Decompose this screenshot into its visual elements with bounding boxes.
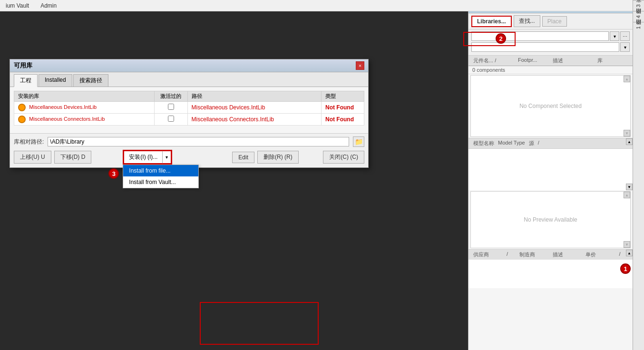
- checkbox-1[interactable]: [168, 104, 174, 110]
- model-column-headers: 模型名称 Model Type 源 / ▲: [468, 138, 633, 149]
- search-button[interactable]: 查找...: [514, 15, 540, 27]
- supplier-headers: 供应商 / 制造商 描述 单价 / ▲: [468, 250, 633, 260]
- preview-scroll-up[interactable]: ▲: [624, 76, 630, 82]
- lib-name-2: Miscellaneous Connectors.IntLib: [29, 116, 105, 122]
- dropdown-btn[interactable]: ▾: [610, 31, 619, 41]
- lib-status-2: Not Found: [322, 114, 364, 126]
- dialog-close-btn[interactable]: ×: [356, 61, 364, 70]
- lib-path-1: Miscellaneous Devices.IntLib: [187, 102, 321, 114]
- path-label: 库相对路径:: [14, 138, 44, 146]
- model-section: 模型名称 Model Type 源 / ▲ ▼: [468, 138, 633, 190]
- supplier-header: 供应商: [471, 251, 505, 259]
- dialog-title: 可用库: [14, 61, 32, 70]
- model-extra-header: /: [536, 139, 541, 147]
- side-tab-2[interactable]: 旧路4: [633, 11, 644, 22]
- table-row[interactable]: Miscellaneous Devices.IntLib Miscellaneo…: [14, 102, 364, 114]
- supplier-extra: /: [505, 251, 517, 259]
- lib-icon-2: [18, 116, 26, 123]
- path-input[interactable]: [48, 137, 349, 146]
- supplier-desc-header: 描述: [551, 251, 584, 259]
- table-row[interactable]: Miscellaneous Connectors.IntLib Miscella…: [14, 114, 364, 126]
- dialog-tab-search-path[interactable]: 搜索路径: [73, 74, 108, 87]
- action-row: 上移(U) U 下移(D) D 安装(I) (I)... ▾ Install f…: [14, 150, 364, 165]
- install-from-file[interactable]: Install from file...: [123, 165, 198, 176]
- lib-name-cell: Miscellaneous Devices.IntLib: [14, 102, 155, 114]
- install-dropdown-arrow[interactable]: ▾: [162, 151, 171, 164]
- manufacturer-header: 制造商: [517, 251, 551, 259]
- side-tab-1[interactable]: 富3: [633, 0, 644, 11]
- wildcard-dropdown-btn[interactable]: ▾: [620, 42, 630, 52]
- menubar: ium Vault Admin: [0, 0, 644, 11]
- lib-checkbox-2[interactable]: [154, 114, 187, 126]
- price-header: 单价: [584, 251, 617, 259]
- th-type: 类型: [322, 91, 364, 102]
- remove-btn[interactable]: 删除(R) (R): [257, 151, 299, 164]
- col-desc-header: 描述: [551, 57, 595, 65]
- available-libraries-dialog: 可用库 × 工程 Installed 搜索路径 安装的库 激活过的 路径 类型: [10, 59, 369, 168]
- dialog-footer: 库相对路径: 📁 上移(U) U 下移(D) D 安装(I) (I)... ▾ …: [10, 133, 368, 167]
- install-btn[interactable]: 安装(I) (I)...: [124, 151, 162, 164]
- component-preview: No Component Selected ▲ ▼: [470, 75, 631, 137]
- components-count: 0 components: [468, 66, 633, 74]
- panel-toolbar: Libraries... 查找... Place: [468, 13, 633, 29]
- dialog-tab-installed[interactable]: Installed: [39, 74, 72, 87]
- model-scroll-down[interactable]: ▼: [626, 184, 633, 190]
- badge-step1: 1: [620, 263, 631, 274]
- dialog-tabs: 工程 Installed 搜索路径: [10, 72, 368, 87]
- lib-status-1: Not Found: [322, 102, 364, 114]
- dialog-body: 安装的库 激活过的 路径 类型 Miscellaneous Devices.In…: [10, 87, 368, 133]
- menubar-vault[interactable]: ium Vault: [4, 1, 31, 10]
- browse-btn[interactable]: 📁: [353, 136, 364, 147]
- install-from-vault[interactable]: Install from Vault...: [123, 176, 198, 188]
- menubar-admin[interactable]: Admin: [39, 1, 59, 10]
- edit-btn[interactable]: Edit: [232, 152, 254, 163]
- th-active: 激活过的: [154, 91, 187, 102]
- model-type-header: Model Type: [496, 139, 527, 147]
- supplier-section: 供应商 / 制造商 描述 单价 / ▲: [468, 249, 633, 288]
- path-row: 库相对路径: 📁: [14, 136, 364, 147]
- col-lib-header: 库: [595, 57, 630, 65]
- dialog-titlebar: 可用库 ×: [10, 59, 368, 72]
- lib-name-cell-2: Miscellaneous Connectors.IntLib: [14, 114, 155, 126]
- model-name-header: 模型名称: [471, 139, 496, 147]
- badge-step2: 2: [496, 33, 506, 44]
- lib-icon-1: [18, 104, 26, 111]
- library-search-input[interactable]: [471, 31, 609, 41]
- checkbox-2[interactable]: [168, 116, 174, 122]
- close-btn[interactable]: 关闭(C) (C): [323, 151, 364, 164]
- model-scroll-up[interactable]: ▲: [626, 138, 633, 145]
- supplier-scroll-up[interactable]: ▲: [626, 250, 633, 256]
- install-dropdown: Install from file... Install from Vault.…: [123, 165, 199, 188]
- no-component-text: No Component Selected: [519, 103, 582, 109]
- preview-area: No Preview Available ▲ ▼: [470, 191, 631, 248]
- libraries-button[interactable]: Libraries...: [471, 16, 512, 27]
- libraries-panel: 库 2 ▾ × Libraries... 查找... Place ▾ ⋯ * ▾…: [468, 0, 633, 350]
- place-button[interactable]: Place: [542, 16, 567, 27]
- move-up-btn[interactable]: 上移(U) U: [14, 151, 51, 164]
- lib-name-1: Miscellaneous Devices.IntLib: [29, 104, 97, 110]
- move-down-btn[interactable]: 下移(D) D: [54, 151, 92, 164]
- lib-checkbox-1[interactable]: [154, 102, 187, 114]
- side-tabs: 富3 旧路4 旧路1 1: [633, 0, 644, 350]
- install-btn-group: 安装(I) (I)... ▾ Install from file... Inst…: [123, 150, 172, 165]
- library-table: 安装的库 激活过的 路径 类型 Miscellaneous Devices.In…: [14, 91, 364, 126]
- side-tab-3[interactable]: 旧路1: [633, 22, 644, 33]
- preview2-scroll-down[interactable]: ▼: [624, 241, 630, 248]
- no-preview-text: No Preview Available: [524, 216, 577, 223]
- th-path: 路径: [187, 91, 321, 102]
- model-source-header: 源: [527, 139, 536, 147]
- component-search-input[interactable]: *: [471, 42, 619, 52]
- col-name-header: 元件名... /: [471, 57, 516, 65]
- col-footprint-header: Footpr...: [516, 57, 551, 65]
- search-area: ▾ ⋯ * ▾: [468, 29, 633, 56]
- dialog-tab-project[interactable]: 工程: [14, 74, 38, 87]
- preview-scroll-down[interactable]: ▼: [624, 130, 630, 136]
- column-headers: 元件名... / Footpr... 描述 库: [468, 56, 633, 66]
- lib-path-2: Miscellaneous Connectors.IntLib: [187, 114, 321, 126]
- more-btn[interactable]: ⋯: [620, 31, 630, 41]
- preview2-scroll-up[interactable]: ▲: [624, 192, 630, 198]
- th-name: 安装的库: [14, 91, 155, 102]
